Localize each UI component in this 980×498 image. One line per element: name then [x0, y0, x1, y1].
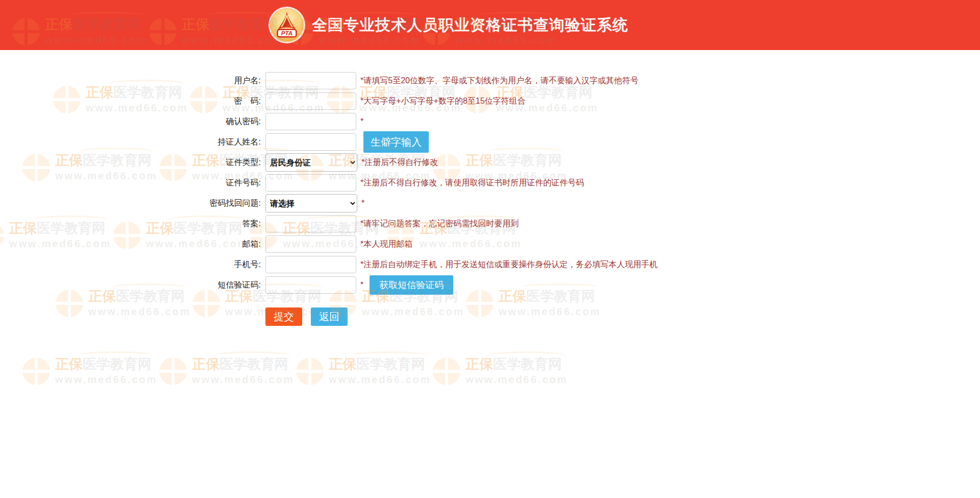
form-row-answer: 答案: *请牢记问题答案，忘记密码需找回时要用到	[0, 214, 980, 234]
app-header: PTA 全国专业技术人员职业资格证书查询验证系统	[0, 0, 980, 50]
form-row-username: 用户名: *请填写5至20位数字、字母或下划线作为用户名，请不要输入汉字或其他符…	[0, 70, 980, 91]
security-question-hint: *	[361, 199, 364, 208]
med66-logo-icon	[294, 355, 326, 387]
holder-name-input[interactable]	[265, 133, 356, 151]
rare-character-input-button[interactable]: 生僻字输入	[363, 131, 429, 153]
form-row-holder-name: 持证人姓名: 生僻字输入	[0, 132, 980, 152]
pta-logo: PTA	[270, 8, 304, 42]
mobile-label: 手机号:	[0, 259, 265, 270]
watermark-brand-text: 正保医学教育网	[192, 357, 295, 372]
form-row-certificate-number: 证件号码: *注册后不得自行修改，请使用取得证书时所用证件的证件号码	[0, 173, 980, 193]
certificate-type-hint: *注册后不得自行修改	[361, 157, 438, 168]
answer-label: 答案:	[0, 219, 265, 229]
watermark-brand-text: 正保医学教育网	[55, 357, 158, 372]
med66-logo-icon	[20, 355, 52, 387]
page-title: 全国专业技术人员职业资格证书查询验证系统	[312, 15, 628, 36]
form-row-email: 邮箱: *本人现用邮箱	[0, 234, 980, 254]
form-actions: 提交 返回	[0, 306, 980, 327]
med66-logo-icon	[431, 355, 462, 387]
watermark-tile: 正保医学教育网www.med66.com	[157, 355, 294, 388]
holder-name-label: 持证人姓名:	[0, 137, 265, 148]
security-question-label: 密码找回问题:	[0, 198, 265, 209]
watermark-arc	[214, 351, 292, 360]
mobile-hint: *注册后自动绑定手机，用于发送短信或重要操作身份认定，务必填写本人现用手机	[360, 259, 657, 270]
sms-code-hint: *	[360, 280, 363, 290]
watermark-url-text: www.med66.com	[465, 374, 568, 386]
get-sms-code-button[interactable]: 获取短信验证码	[370, 275, 453, 295]
password-hint: *大写字母+小写字母+数字的8至15位字符组合	[360, 96, 526, 107]
watermark-tile: 正保医学教育网www.med66.com	[294, 355, 431, 388]
form-row-sms-code: 短信验证码: * 获取短信验证码	[0, 275, 980, 295]
watermark-url-text: www.med66.com	[192, 374, 295, 386]
answer-input[interactable]	[265, 215, 356, 232]
watermark-tile: 正保医学教育网www.med66.com	[431, 355, 568, 388]
form-row-mobile: 手机号: *注册后自动绑定手机，用于发送短信或重要操作身份认定，务必填写本人现用…	[0, 254, 980, 275]
watermark-brand-text: 正保医学教育网	[329, 357, 431, 372]
form-row-certificate-type: 证件类型: 居民身份证 *注册后不得自行修改	[0, 152, 980, 173]
watermark-arc	[488, 351, 566, 360]
watermark-url-text: www.med66.com	[329, 374, 431, 386]
password-input[interactable]	[265, 92, 356, 110]
pta-logo-icon: PTA	[270, 8, 304, 42]
certificate-type-select[interactable]: 居民身份证	[265, 153, 357, 172]
confirm-password-hint: *	[360, 117, 363, 126]
submit-button[interactable]: 提交	[265, 307, 302, 326]
pta-logo-text: PTA	[281, 30, 292, 36]
certificate-number-label: 证件号码:	[0, 178, 265, 188]
username-input[interactable]	[265, 72, 356, 89]
form-row-security-question: 密码找回问题: 请选择 *	[0, 193, 980, 214]
mobile-input[interactable]	[265, 256, 356, 273]
password-label: 密 码:	[0, 96, 265, 107]
sms-code-input[interactable]	[265, 276, 356, 294]
email-input[interactable]	[265, 235, 356, 253]
username-hint: *请填写5至20位数字、字母或下划线作为用户名，请不要输入汉字或其他符号	[360, 76, 639, 86]
confirm-password-input[interactable]	[265, 113, 356, 130]
watermark-arc	[351, 351, 429, 360]
certificate-number-input[interactable]	[265, 174, 356, 192]
header-brand: PTA 全国专业技术人员职业资格证书查询验证系统	[270, 8, 628, 42]
security-question-select[interactable]: 请选择	[265, 194, 357, 212]
email-label: 邮箱:	[0, 239, 265, 250]
certificate-type-label: 证件类型:	[0, 157, 265, 168]
certificate-number-hint: *注册后不得自行修改，请使用取得证书时所用证件的证件号码	[360, 178, 584, 188]
form-row-password: 密 码: *大写字母+小写字母+数字的8至15位字符组合	[0, 91, 980, 111]
answer-hint: *请牢记问题答案，忘记密码需找回时要用到	[360, 219, 519, 229]
confirm-password-label: 确认密码:	[0, 116, 265, 127]
form-row-confirm-password: 确认密码: *	[0, 111, 980, 132]
back-button[interactable]: 返回	[311, 307, 348, 326]
med66-logo-icon	[157, 355, 189, 387]
registration-form: 用户名: *请填写5至20位数字、字母或下划线作为用户名，请不要输入汉字或其他符…	[0, 70, 980, 327]
email-hint: *本人现用邮箱	[360, 239, 412, 250]
username-label: 用户名:	[0, 76, 265, 86]
watermark-tile: 正保医学教育网www.med66.com	[20, 355, 157, 388]
sms-code-label: 短信验证码:	[0, 280, 265, 291]
watermark-brand-text: 正保医学教育网	[465, 357, 568, 372]
watermark-url-text: www.med66.com	[55, 374, 158, 386]
watermark-arc	[78, 351, 155, 360]
